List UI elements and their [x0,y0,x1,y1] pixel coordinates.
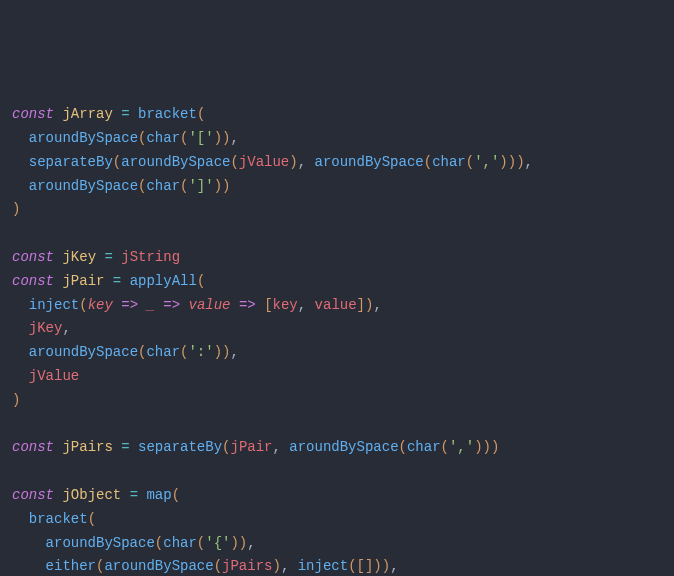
token-deco: ) [289,154,297,170]
token-punct [113,439,121,455]
token-kw: const [12,106,62,122]
token-const-name: jPairs [62,439,112,455]
token-const-name: jObject [62,487,121,503]
token-fn: char [432,154,466,170]
token-param: key [88,297,113,313]
token-deco: )) [230,535,247,551]
token-fn: aroundBySpace [289,439,398,455]
token-ident: jPairs [222,558,272,574]
token-kw: const [12,487,62,503]
token-fn: aroundBySpace [315,154,424,170]
code-line: aroundBySpace(char(']')) [12,175,662,199]
code-line: const jPairs = separateBy(jPair, aroundB… [12,436,662,460]
token-kw: const [12,249,62,265]
token-punct [113,249,121,265]
token-const-name: jArray [62,106,112,122]
token-fn: separateBy [29,154,113,170]
token-deco: ( [399,439,407,455]
token-fn: inject [29,297,79,313]
code-line: jKey, [12,317,662,341]
token-fn: aroundBySpace [29,130,138,146]
token-deco: ( [197,106,205,122]
token-deco: ) [272,558,280,574]
token-deco: ( [197,535,205,551]
token-kw: const [12,439,62,455]
token-punct: , [247,535,255,551]
token-punct: , [281,558,298,574]
token-punct [12,297,29,313]
token-fn: separateBy [138,439,222,455]
token-punct: , [62,320,70,336]
token-punct [12,130,29,146]
token-ident: value [315,297,357,313]
code-line: const jArray = bracket( [12,103,662,127]
token-punct [12,344,29,360]
code-line: aroundBySpace(char(':')), [12,341,662,365]
token-fn: applyAll [130,273,197,289]
token-deco: ) [12,392,20,408]
token-punct [121,487,129,503]
token-ident: jPair [230,439,272,455]
token-fn: inject [298,558,348,574]
code-line: aroundBySpace(char('{')), [12,532,662,556]
code-block: const jArray = bracket( aroundBySpace(ch… [12,103,662,576]
token-deco: ( [348,558,356,574]
token-punct [104,273,112,289]
token-punct [130,439,138,455]
token-punct [113,297,121,313]
token-deco: )) [214,178,231,194]
token-arrow: => [121,297,138,313]
token-fn: char [146,344,180,360]
code-line: jValue [12,365,662,389]
token-fn: aroundBySpace [29,344,138,360]
token-deco: ]) [357,297,374,313]
token-op: = [121,106,129,122]
token-punct [130,106,138,122]
token-deco: ))) [474,439,499,455]
token-deco: )) [214,130,231,146]
token-deco: ( [466,154,474,170]
code-line: const jObject = map( [12,484,662,508]
token-arrow: => [163,297,180,313]
token-deco: ( [113,154,121,170]
code-line: const jKey = jString [12,246,662,270]
code-line: aroundBySpace(char('[')), [12,127,662,151]
token-deco: ( [155,535,163,551]
token-punct [231,297,239,313]
token-str: ',' [449,439,474,455]
token-ident: jKey [29,320,63,336]
token-op: = [130,487,138,503]
token-punct: , [298,297,315,313]
token-fn: map [146,487,171,503]
code-line: either(aroundBySpace(jPairs), inject([])… [12,555,662,576]
token-punct [113,106,121,122]
token-str: ']' [188,178,213,194]
token-punct [12,558,46,574]
token-op: = [104,249,112,265]
token-punct [121,273,129,289]
token-punct [12,368,29,384]
token-fn: char [146,178,180,194]
token-fn: either [46,558,96,574]
token-deco: ))) [499,154,524,170]
token-deco: ( [230,154,238,170]
token-str: '{' [205,535,230,551]
token-const-name: jKey [62,249,96,265]
token-punct [12,535,46,551]
token-fn: char [146,130,180,146]
token-kw: const [12,273,62,289]
token-punct [256,297,264,313]
token-op: = [121,439,129,455]
token-punct: , [373,297,381,313]
token-param: value [189,297,231,313]
code-line: ) [12,198,662,222]
token-punct: , [230,344,238,360]
token-op: = [113,273,121,289]
token-punct [12,511,29,527]
token-deco: )) [214,344,231,360]
token-param: _ [146,297,154,313]
token-fn: aroundBySpace [104,558,213,574]
token-ident: key [273,297,298,313]
token-punct: , [390,558,398,574]
token-deco: ( [172,487,180,503]
